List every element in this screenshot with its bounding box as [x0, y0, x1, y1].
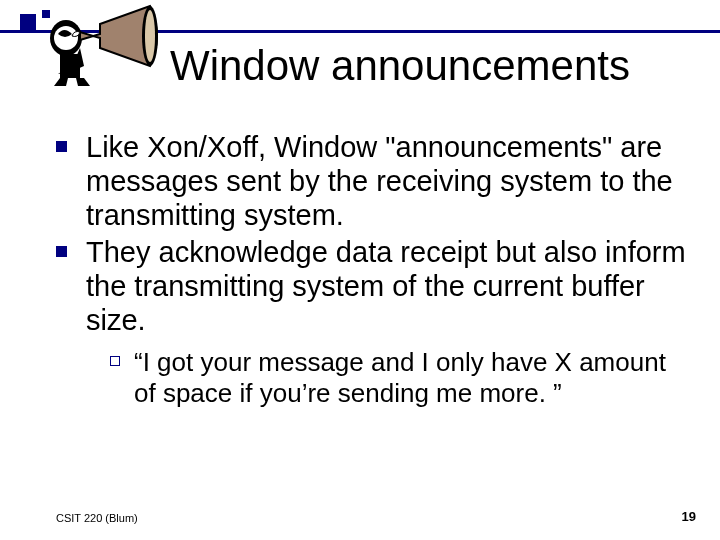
square-bullet-icon [56, 141, 67, 152]
bullet-text: “I got your message and I only have X am… [134, 347, 666, 408]
sub-bullet-group: “I got your message and I only have X am… [56, 347, 690, 408]
footer-course: CSIT 220 (Blum) [56, 512, 138, 524]
slide: Window announcements Like Xon/Xoff, Wind… [0, 0, 720, 540]
svg-point-1 [54, 26, 78, 50]
bullet-text: Like Xon/Xoff, Window "announcements" ar… [86, 131, 673, 231]
hollow-square-bullet-icon [110, 356, 120, 366]
bullet-level1: Like Xon/Xoff, Window "announcements" ar… [56, 130, 690, 233]
slide-number: 19 [682, 509, 696, 524]
decor-square-large [20, 14, 36, 30]
slide-title: Window announcements [170, 42, 630, 90]
bullet-text: They acknowledge data receipt but also i… [86, 236, 686, 336]
megaphone-illustration [36, 0, 166, 90]
bullet-level2: “I got your message and I only have X am… [110, 347, 690, 408]
svg-point-4 [145, 10, 155, 62]
slide-body: Like Xon/Xoff, Window "announcements" ar… [56, 130, 690, 409]
bullet-level1: They acknowledge data receipt but also i… [56, 235, 690, 338]
square-bullet-icon [56, 246, 67, 257]
